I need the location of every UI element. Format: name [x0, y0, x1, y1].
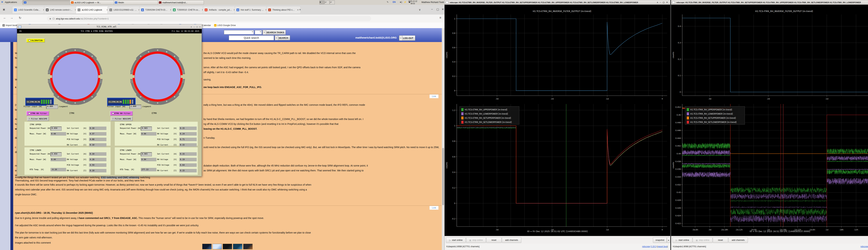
pencil-icon[interactable]: ✎	[387, 1, 389, 3]
ndscope-button-etmx[interactable]: ! Filter NDSCOPE	[111, 117, 133, 121]
window-maximize-icon[interactable]: ▢	[436, 8, 439, 11]
taskbar-window-2[interactable]: ●aLIGO LHO Logbook — M...	[70, 0, 115, 5]
category-select[interactable]: v	[224, 30, 254, 34]
start-online-button[interactable]: ▷start online	[673, 237, 692, 243]
expand-button[interactable]: ▲	[667, 237, 670, 243]
tab-6[interactable]: ▦T2500010: CHETA compone✕	[171, 6, 205, 14]
nd-titlebar[interactable]: ndscope: H1:TCS-ETMX_RH_INVERSE_FILTER_O…	[444, 0, 670, 5]
attachment-thumbnail[interactable]	[213, 244, 222, 249]
maximize-icon[interactable]: ▢	[196, 26, 198, 28]
close-icon[interactable]: ✕	[666, 1, 668, 3]
ndscope-link[interactable]: ndscope	[642, 245, 650, 248]
requested-power-input[interactable]: 0.965	[141, 127, 152, 131]
calibration-button[interactable]: CALIBRATION	[26, 38, 45, 42]
quick-search-input[interactable]: Quick search	[229, 35, 274, 40]
applications-icon[interactable]: ✕	[1, 1, 3, 4]
filter-select[interactable]: v	[255, 30, 262, 34]
filter-button-etmx[interactable]: ETMX RH filter	[110, 111, 133, 116]
page-scrollbar[interactable]	[442, 28, 444, 250]
filter-button-itmx[interactable]: ITMX RH filter	[26, 111, 49, 116]
snapshot-button[interactable]: snapshot	[653, 237, 667, 243]
add-channels-button[interactable]: add channels	[728, 237, 748, 243]
maximize-icon[interactable]: ▢	[663, 1, 664, 3]
window-minimize-icon[interactable]: –	[431, 8, 433, 11]
sidebar-icon[interactable]: ▣	[3, 8, 5, 11]
workspace-2[interactable]: ▱	[324, 1, 330, 4]
speaker-icon[interactable]: ◄)	[399, 1, 402, 3]
applications-menu[interactable]: Applications	[5, 1, 17, 3]
version-link[interactable]: 0.19.3	[651, 245, 656, 248]
search-button[interactable]: ›SEARCH	[275, 35, 290, 40]
workspace-pager[interactable]: ●▱▱	[319, 1, 335, 4]
svg-text:0.452: 0.452	[676, 106, 681, 108]
attachment-thumbnail[interactable]	[223, 244, 232, 249]
logout-button[interactable]: ›LOG-OUT	[399, 35, 415, 41]
filter-input-field[interactable]: 1.000	[129, 105, 141, 109]
requested-power-input[interactable]: 0.965	[141, 152, 152, 156]
ndscope-button-itmx[interactable]: ! Filter NDSCOPE	[27, 117, 49, 121]
reset-button[interactable]: reset	[713, 237, 728, 243]
search-tasks-button[interactable]: ›SEARCH TASKS	[262, 30, 286, 35]
requested-power-input[interactable]: 0.450	[51, 127, 62, 131]
tab-7[interactable]: ◈Artifacts · compile_pdf (#44✕	[203, 6, 237, 14]
power-bar	[41, 100, 42, 104]
tab-8[interactable]: ▤Hot stuff 1: Summary - G✕	[235, 6, 269, 14]
shield-icon[interactable]: ◈	[49, 17, 51, 20]
field-label: RH Current	[157, 144, 168, 146]
tab-close-icon[interactable]: ✕	[297, 9, 299, 11]
tab-4[interactable]: ∿LIGO-D1100683-v11: Ether✕	[107, 6, 142, 14]
tab-5[interactable]: ▤T2500294 CHETA Electronic✕	[139, 6, 174, 14]
close-icon[interactable]: ✕	[199, 26, 200, 28]
readback-value: 0.94	[141, 132, 156, 135]
bookmark-11[interactable]: ▲LIGO Google Drive	[214, 24, 236, 27]
start-online-button[interactable]: ▷start online	[446, 237, 466, 243]
svg-text:0.6: 0.6	[453, 156, 456, 158]
forward-button[interactable]: →	[10, 16, 13, 20]
tab-3[interactable]: ∿aLIGO LHO Logbook✕	[76, 6, 110, 14]
reset-button[interactable]: reset	[486, 237, 501, 243]
shade-icon[interactable]: ∧	[191, 26, 192, 28]
lock-icon[interactable]	[53, 18, 55, 20]
tab-1[interactable]: 31LIGO Scientific Collaboratio✕	[12, 6, 46, 14]
new-tab-button[interactable]: +	[299, 8, 301, 12]
minimize-icon[interactable]: –	[193, 26, 195, 28]
nd-button-bar: ▷start online▣stop onlineresetadd channe…	[444, 236, 670, 244]
shade-icon[interactable]: ∧	[657, 1, 658, 3]
attachment-thumbnail[interactable]	[233, 244, 242, 249]
taskbar-window-4[interactable]: >_matthewrichard.todd@cd...	[158, 0, 204, 5]
workspace-3[interactable]: ▱	[330, 1, 335, 4]
window-close-icon[interactable]: ✕	[442, 8, 444, 11]
taskbar-window-1[interactable]: 4	[23, 0, 71, 5]
attachment-thumbnail[interactable]	[202, 244, 212, 249]
play-icon: ▷	[449, 239, 451, 242]
readback-value: 4.37	[89, 132, 106, 135]
medm-panel: CALIBRATIONCS_ITMX_RH_PWFilter input [W]…	[17, 33, 202, 177]
tab-9[interactable]: ♦Thinking about PID contro✕	[266, 6, 301, 14]
minimize-icon[interactable]: –	[660, 1, 661, 3]
reload-button[interactable]: ↻	[19, 16, 21, 20]
tab-2[interactable]: ◉LHO remote control room -✕	[44, 6, 78, 14]
taskbar-window-3[interactable]: 6Medm	[114, 0, 159, 5]
workspace-1[interactable]: ●	[319, 1, 324, 4]
menu-icon[interactable]: ≡	[439, 16, 441, 20]
ndscope-link[interactable]: ndscope	[861, 245, 868, 248]
url-bar[interactable]: ◈ alog.ligo-wa.caltech.edu/aLOG/index.ph…	[47, 16, 371, 21]
entry-link[interactable]: Link	[430, 206, 438, 210]
entry-link[interactable]: Link	[430, 94, 438, 98]
nd-titlebar[interactable]: ndscope: H1:TCS-ITMX_RH_INVERSE_FILTER_O…	[671, 0, 868, 5]
language-indicator[interactable]: EN	[393, 1, 396, 3]
field-label: Meas. Power [W]	[120, 133, 136, 135]
scrollbar-thumb[interactable]	[442, 148, 444, 205]
field-label: Requested Power [W]	[120, 127, 141, 129]
battery-icon[interactable]: ⚡	[404, 1, 406, 3]
report-bug-link[interactable]: report bug	[658, 245, 667, 248]
back-button[interactable]: ←	[3, 16, 6, 20]
requested-power-input[interactable]: 0.450	[51, 152, 62, 156]
trend-plots[interactable]: 10.80.60.40.20-3d-2d-1d0H1:TCS-ETMX_RH_I…	[444, 5, 670, 236]
add-channels-button[interactable]: add channels	[502, 237, 521, 243]
attachment-thumbnail[interactable]	[243, 244, 253, 249]
medm-titlebar[interactable]: TCS_RING_HTR.adl ∧ – ▢ ✕	[17, 24, 202, 29]
filter-input-field[interactable]: 0.880	[46, 105, 58, 109]
list-tabs-icon[interactable]: ∨	[419, 8, 421, 11]
trend-plots[interactable]: 0.40.30.20.10-3d-2d-1d0H1:TCS-ITMX_RH_IN…	[671, 5, 868, 236]
